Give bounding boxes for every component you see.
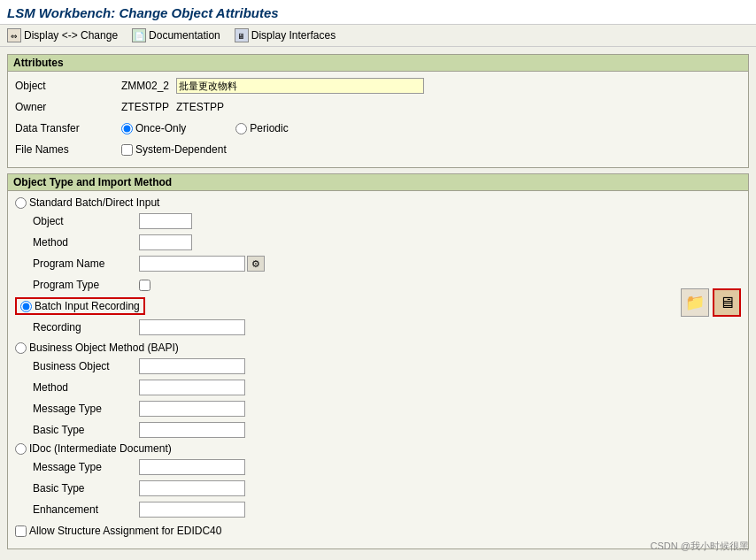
idoc-radio[interactable] xyxy=(15,443,27,455)
program-type-label: Program Type xyxy=(33,279,139,291)
display-change-icon: ⇔ xyxy=(7,28,21,42)
std-method-label: Method xyxy=(33,236,139,249)
documentation-icon: 📄 xyxy=(132,28,146,42)
bapi-radio-item[interactable]: Business Object Method (BAPI) xyxy=(15,341,741,354)
watermark: CSDN @我小时候很黑 xyxy=(651,540,749,553)
allow-structure-checkbox-item[interactable]: Allow Structure Assignment for EDIDC40 xyxy=(15,525,221,537)
once-only-radio[interactable] xyxy=(121,123,133,134)
std-object-row: Object xyxy=(33,212,741,230)
recording-button[interactable]: 🖥 xyxy=(713,288,741,317)
bapi-msg-type-input[interactable] xyxy=(139,401,245,417)
idoc-msg-type-row: Message Type xyxy=(33,458,741,476)
system-dependent-checkbox-item[interactable]: System-Dependent xyxy=(121,143,227,156)
periodic-radio-item[interactable]: Periodic xyxy=(235,122,288,134)
periodic-radio[interactable] xyxy=(235,123,247,134)
program-name-lookup-button[interactable]: ⚙ xyxy=(247,256,265,272)
idoc-fields: Message Type Basic Type Enhancement xyxy=(15,458,741,518)
file-names-row: File Names System-Dependent xyxy=(15,141,741,158)
idoc-section: IDoc (Intermediate Document) xyxy=(15,442,741,455)
owner-value2: ZTESTPP xyxy=(176,101,224,113)
std-batch-section: Standard Batch/Direct Input xyxy=(15,196,741,209)
object-type-header: Object Type and Import Method xyxy=(8,174,748,191)
main-content: Attributes Object ZMM02_2 Owner ZTESTPP … xyxy=(0,47,756,556)
toolbar: ⇔ Display <-> Change 📄 Documentation 🖥 D… xyxy=(0,25,756,47)
object-value: ZMM02_2 xyxy=(121,80,169,92)
idoc-radio-item[interactable]: IDoc (Intermediate Document) xyxy=(15,442,741,455)
object-label: Object xyxy=(15,80,121,92)
bapi-basic-type-row: Basic Type xyxy=(33,421,741,439)
side-buttons: 📁 🖥 xyxy=(681,288,741,317)
allow-structure-row: Allow Structure Assignment for EDIDC40 xyxy=(15,522,741,540)
std-method-input[interactable] xyxy=(139,234,192,250)
recording-row: Recording xyxy=(33,318,741,336)
once-only-radio-item[interactable]: Once-Only xyxy=(121,122,186,134)
recording-icon: 🖥 xyxy=(719,294,735,312)
recording-label: Recording xyxy=(33,321,139,334)
recording-input[interactable] xyxy=(139,319,245,335)
owner-value: ZTESTPP xyxy=(121,101,169,113)
enhancement-input[interactable] xyxy=(139,502,245,518)
idoc-msg-type-label: Message Type xyxy=(33,461,139,473)
business-object-label: Business Object xyxy=(33,360,139,372)
interfaces-icon: 🖥 xyxy=(235,28,249,42)
bapi-section: Business Object Method (BAPI) xyxy=(15,341,741,354)
std-batch-radio-item[interactable]: Standard Batch/Direct Input xyxy=(15,196,741,209)
object-type-panel: Object Type and Import Method Standard B… xyxy=(7,173,749,549)
std-method-row: Method xyxy=(33,234,741,251)
attributes-header: Attributes xyxy=(8,55,748,72)
std-object-label: Object xyxy=(33,215,139,227)
data-transfer-row: Data Transfer Once-Only Periodic xyxy=(15,119,741,137)
import-icon: 📁 xyxy=(685,293,705,312)
program-type-row: Program Type xyxy=(33,276,741,294)
system-dependent-checkbox[interactable] xyxy=(121,144,133,156)
program-name-row: Program Name ⚙ xyxy=(33,255,741,272)
enhancement-label: Enhancement xyxy=(33,503,139,516)
batch-input-highlighted: Batch Input Recording xyxy=(15,297,145,315)
page-title: LSM Workbench: Change Object Attributes xyxy=(7,5,749,20)
owner-label: Owner xyxy=(15,101,121,113)
batch-input-radio-item[interactable]: Batch Input Recording xyxy=(20,300,140,312)
std-batch-fields: Object Method Program Name ⚙ Program Typ… xyxy=(15,212,741,294)
display-change-button[interactable]: ⇔ Display <-> Change xyxy=(7,28,118,42)
batch-input-fields: Recording xyxy=(15,318,741,336)
business-object-input[interactable] xyxy=(139,358,245,374)
idoc-basic-type-row: Basic Type xyxy=(33,479,741,497)
data-transfer-label: Data Transfer xyxy=(15,122,121,134)
allow-structure-checkbox[interactable] xyxy=(15,525,27,537)
idoc-basic-type-label: Basic Type xyxy=(33,482,139,495)
bapi-fields: Business Object Method Message Type Basi… xyxy=(15,357,741,439)
bapi-msg-type-label: Message Type xyxy=(33,403,139,415)
batch-input-section: Batch Input Recording xyxy=(15,297,741,315)
idoc-basic-type-input[interactable] xyxy=(139,480,245,496)
program-type-checkbox[interactable] xyxy=(139,280,150,291)
import-button[interactable]: 📁 xyxy=(681,288,709,317)
data-transfer-radio-group: Once-Only Periodic xyxy=(121,122,289,134)
std-batch-radio[interactable] xyxy=(15,197,27,209)
object-type-body: Standard Batch/Direct Input Object Metho… xyxy=(8,191,748,548)
attributes-body: Object ZMM02_2 Owner ZTESTPP ZTESTPP Dat… xyxy=(8,72,748,167)
bapi-msg-type-row: Message Type xyxy=(33,400,741,418)
object-row: Object ZMM02_2 xyxy=(15,77,741,95)
bapi-basic-type-label: Basic Type xyxy=(33,424,139,436)
bapi-basic-type-input[interactable] xyxy=(139,422,245,438)
attributes-panel: Attributes Object ZMM02_2 Owner ZTESTPP … xyxy=(7,54,749,168)
bapi-method-input[interactable] xyxy=(139,380,245,395)
std-object-input[interactable] xyxy=(139,213,192,229)
program-name-input[interactable] xyxy=(139,256,245,272)
bapi-method-label: Method xyxy=(33,381,139,394)
enhancement-row: Enhancement xyxy=(33,501,741,518)
file-names-label: File Names xyxy=(15,143,121,156)
documentation-button[interactable]: 📄 Documentation xyxy=(132,28,220,42)
batch-input-radio[interactable] xyxy=(20,301,32,312)
title-bar: LSM Workbench: Change Object Attributes xyxy=(0,0,756,25)
object-desc-input[interactable] xyxy=(176,78,424,94)
owner-row: Owner ZTESTPP ZTESTPP xyxy=(15,98,741,116)
display-interfaces-button[interactable]: 🖥 Display Interfaces xyxy=(235,28,336,42)
business-object-row: Business Object xyxy=(33,357,741,375)
bapi-method-row: Method xyxy=(33,379,741,396)
bapi-radio[interactable] xyxy=(15,342,27,354)
idoc-msg-type-input[interactable] xyxy=(139,459,245,475)
program-name-label: Program Name xyxy=(33,257,139,270)
